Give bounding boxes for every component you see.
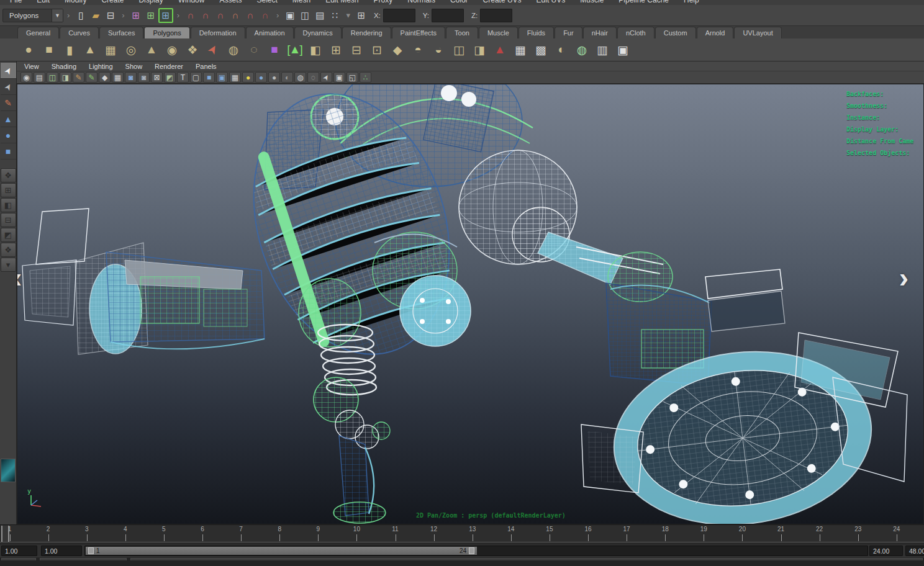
menu-item[interactable]: Edit (29, 0, 57, 5)
perspective-viewport[interactable]: Backfaces:Smoothness:Instance:Display La… (17, 84, 924, 524)
gate-mask-icon[interactable]: ◙ (138, 72, 150, 83)
new-scene-icon[interactable]: ▯ (73, 8, 88, 23)
uv-sphere-map-button[interactable]: ◍ (572, 40, 591, 59)
sculpt-geometry-button[interactable]: ➤ (203, 40, 222, 59)
isolate-select-icon[interactable]: ➤ (320, 72, 332, 83)
field-chart-icon[interactable]: ⊠ (151, 72, 163, 83)
wireframe-on-shaded-icon[interactable]: ▣ (333, 72, 345, 83)
lasso-select-tool[interactable]: ➤ (1, 79, 16, 95)
status-line-separator[interactable]: › (119, 11, 127, 20)
history-dropdown-caret[interactable]: ▾ (343, 11, 353, 20)
poly-boolean-difference-button[interactable]: ◒ (428, 40, 447, 59)
menu-item[interactable]: Window (171, 0, 212, 5)
poly-reduce-button[interactable]: ◌ (244, 40, 263, 59)
persp-outliner-layout-button[interactable]: ◧ (1, 198, 16, 212)
input-line-operations-icon[interactable]: ⊞ (354, 8, 369, 23)
shelf-tab[interactable]: UVLayout (734, 27, 781, 38)
status-line-separator[interactable]: › (174, 11, 182, 20)
poly-torus-button[interactable]: ◎ (121, 40, 140, 59)
menu-set-selector[interactable]: Polygons ▼ (2, 9, 63, 22)
shelf-tab[interactable]: Animation (246, 27, 294, 38)
poly-extrude-button[interactable]: ⊞ (326, 40, 345, 59)
snap-to-point-icon[interactable]: ∩ (213, 8, 228, 23)
poly-bridge-button[interactable]: ⊟ (346, 40, 365, 59)
wireframe-display-icon[interactable]: ▢ (190, 72, 202, 83)
poly-split-button[interactable]: ◨ (469, 40, 488, 59)
move-tool[interactable]: ▲ (1, 111, 16, 127)
select-by-component-icon[interactable]: ⊞ (158, 8, 173, 23)
pane-scroll-right-icon[interactable]: › (899, 263, 908, 292)
menu-item[interactable]: Pipeline Cache (611, 0, 676, 5)
xray-icon[interactable]: ◍ (294, 72, 306, 83)
status-line-separator[interactable]: › (274, 11, 281, 20)
menu-item[interactable]: Proxy (366, 0, 401, 5)
poly-mirror-button[interactable]: ◫ (449, 40, 468, 59)
safe-title-icon[interactable]: T (177, 72, 189, 83)
scale-tool[interactable]: ■ (1, 143, 16, 159)
normals-display-button[interactable]: ▲ (490, 40, 509, 59)
shelf-tab[interactable]: Custom (655, 27, 696, 38)
shadows-icon[interactable]: ◐ (281, 72, 293, 83)
shelf-tab[interactable]: Fur (555, 27, 582, 38)
menu-item[interactable]: Create (94, 0, 131, 5)
menu-item[interactable]: Modify (57, 0, 94, 5)
use-default-material-icon[interactable]: ▦ (229, 72, 241, 83)
make-live-icon[interactable]: ∩ (258, 8, 273, 23)
poly-merge-button[interactable]: ⊡ (367, 40, 386, 59)
shelf-tab[interactable]: PaintEffects (392, 27, 446, 38)
pane-pop-icon[interactable]: ◱ (346, 72, 358, 83)
quad-draw-button[interactable]: ◧ (306, 40, 324, 59)
menu-item[interactable]: Select (249, 0, 284, 5)
hypershade-persp-layout-button[interactable]: ◩ (1, 228, 16, 242)
animation-start-field[interactable]: 1.00 (41, 546, 82, 556)
select-tool[interactable]: ➤ (1, 63, 16, 79)
shelf-tab[interactable]: Polygons (144, 27, 189, 38)
xray-joints-icon[interactable]: ◌ (307, 72, 319, 83)
select-by-hierarchy-icon[interactable]: ⊞ (129, 8, 143, 23)
snap-to-grid-icon[interactable]: ∩ (183, 8, 198, 23)
menu-item[interactable]: Display (131, 0, 170, 5)
poly-cylinder-button[interactable]: ▮ (60, 40, 78, 59)
single-pane-layout-button[interactable]: ❖ (1, 168, 16, 182)
shelf-tab[interactable]: Arnold (697, 27, 734, 38)
coord-input[interactable] (432, 9, 464, 22)
shelf-tab[interactable]: Toon (446, 27, 478, 38)
shelf-tab[interactable]: Dynamics (294, 27, 342, 38)
uv-checker-button[interactable]: ▦ (510, 40, 529, 59)
panel-menu-item[interactable]: View (24, 63, 47, 70)
poly-pipe-button[interactable]: ◉ (162, 40, 181, 59)
poly-sphere-button[interactable]: ● (19, 40, 37, 59)
menu-item[interactable]: Mesh (285, 0, 318, 5)
time-slider[interactable]: 123456789101112131415161718192021222324 (0, 524, 924, 544)
open-scene-icon[interactable]: ▰ (88, 8, 103, 23)
shelf-tab[interactable]: Rendering (342, 27, 391, 38)
bottom-stub[interactable] (1, 558, 36, 560)
panel-connections-icon[interactable]: ∴ (360, 72, 371, 83)
poly-bevel-button[interactable]: ◆ (387, 40, 406, 59)
playback-end-field[interactable]: 24.00 (869, 546, 903, 556)
poly-plane-button[interactable]: ▦ (101, 40, 119, 59)
poly-platonic-button[interactable]: ❖ (183, 40, 201, 59)
render-view-icon[interactable]: ▣ (283, 8, 297, 23)
subdiv-proxy-button[interactable]: ■ (265, 40, 283, 59)
menu-item[interactable]: File (2, 0, 29, 5)
uv-snapshot-button[interactable]: ◐ (551, 40, 570, 59)
grease-pencil-icon[interactable]: ✎ (73, 72, 84, 83)
playback-start-field[interactable]: 1.00 (1, 546, 37, 556)
menu-item[interactable]: Assets (212, 0, 249, 5)
grid-toggle-icon[interactable]: ◆ (99, 72, 111, 83)
select-camera-icon[interactable]: ◉ (20, 72, 32, 83)
poly-cube-button[interactable]: ■ (39, 40, 58, 59)
rotate-tool[interactable]: ● (1, 127, 16, 143)
menu-item[interactable]: Muscle (573, 0, 611, 5)
shelf-tab[interactable]: Fluids (519, 27, 554, 38)
safe-action-icon[interactable]: ◩ (164, 72, 176, 83)
snap-to-projected-center-icon[interactable]: ∩ (228, 8, 243, 23)
bottom-stub[interactable] (40, 558, 127, 560)
playback-range-bar[interactable]: 1 24 (86, 547, 477, 555)
poly-smooth-button[interactable]: ◍ (224, 40, 242, 59)
uv-grid-button[interactable]: ▩ (531, 40, 550, 59)
shaded-display-icon[interactable]: ■ (203, 72, 215, 83)
default-lighting-icon[interactable]: ● (255, 72, 267, 83)
bookmark-icon[interactable]: ◫ (47, 72, 58, 83)
